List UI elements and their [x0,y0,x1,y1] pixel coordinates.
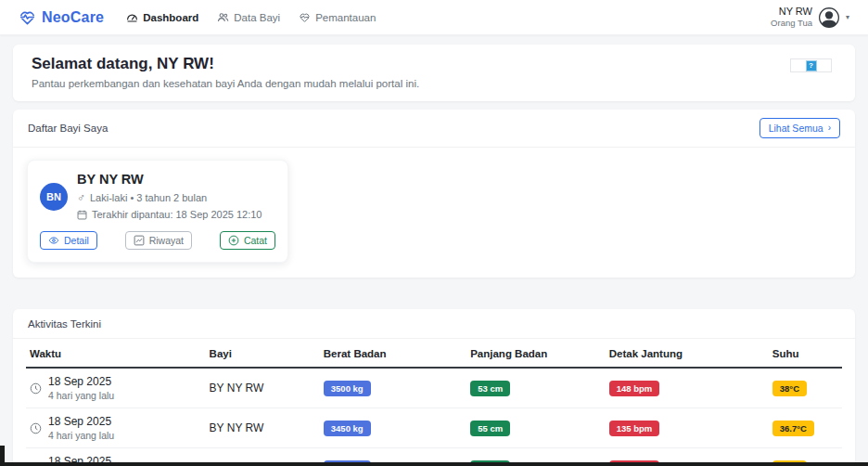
baby-last-monitored: Terakhir dipantau: 18 Sep 2025 12:10 [77,209,262,220]
nav-label: Data Bayi [234,12,280,23]
welcome-banner: Selamat datang, NY RW! Pantau perkembang… [13,45,855,101]
clock-icon [30,382,42,395]
male-icon: ♂ [77,191,85,204]
table-header-row: Waktu Bayi Berat Badan Panjang Badan Det… [26,339,842,368]
length-badge: 53 cm [470,381,510,396]
nav-item-dashboard[interactable]: Dashboard [126,11,198,23]
activity-baby: BY NY RW [206,368,320,408]
col-waktu: Waktu [26,339,206,368]
chevron-right-icon: › [828,123,831,133]
weight-badge: 3500 kg [324,381,371,396]
broken-image-icon: ? [806,60,817,71]
nav-label: Dashboard [143,12,198,23]
length-badge: 55 cm [470,421,510,436]
catat-button[interactable]: Catat [220,231,275,250]
gauge-icon [126,11,138,23]
view-all-button[interactable]: Lihat Semua › [760,118,840,138]
heart-rate-badge: 135 bpm [609,421,660,436]
activity-date: 18 Sep 2025 [48,415,114,428]
user-name: NY RW [771,6,812,19]
window-edge-bottom [0,462,868,466]
user-role: Orang Tua [771,18,812,29]
caret-down-icon: ▾ [846,13,849,21]
col-suhu: Suhu [769,339,842,368]
recent-activity-header: Aktivitas Terkini [13,309,855,339]
view-all-label: Lihat Semua [769,123,823,134]
table-row: 18 Sep 2025 4 hari yang lalu BY NY RW 34… [26,408,842,448]
catat-label: Catat [244,235,267,246]
activity-date: 18 Sep 2025 [48,375,114,388]
people-icon [217,11,229,23]
calendar-icon [77,210,87,220]
recent-activity-section: Aktivitas Terkini Waktu Bayi Berat Badan… [13,309,855,466]
brand-logo[interactable]: NeoCare [19,8,104,26]
nav-label: Pemantauan [315,12,376,23]
last-monitored-text: Terakhir dipantau: 18 Sep 2025 12:10 [92,209,262,220]
activity-ago: 4 hari yang lalu [48,430,114,441]
baby-card: BN BY NY RW ♂ Laki-laki • 3 tahun 2 bula… [27,160,288,263]
heart-pulse-icon [299,11,311,23]
baby-list-section: Daftar Bayi Saya Lihat Semua › BN BY NY … [13,110,855,278]
heart-rate-badge: 148 bpm [609,381,660,396]
activity-baby: BY NY RW [206,408,320,448]
eye-icon [48,235,59,246]
welcome-title: Selamat datang, NY RW! [32,55,836,73]
table-row: 18 Sep 2025 4 hari yang lalu BY NY RW 35… [26,368,842,408]
baby-actions: Detail Riwayat Cat [40,231,275,250]
nav-item-data-bayi[interactable]: Data Bayi [217,11,280,23]
welcome-subtitle: Pantau perkembangan dan kesehatan bayi A… [32,78,836,89]
baby-name: BY NY RW [77,172,262,187]
baby-gender-age: ♂ Laki-laki • 3 tahun 2 bulan [77,191,262,204]
plus-circle-icon [228,235,239,246]
nav-item-pemantauan[interactable]: Pemantauan [299,11,376,23]
detail-label: Detail [64,235,89,246]
main-nav: Dashboard Data Bayi Pemantauan [126,11,376,23]
baby-list-body: BN BY NY RW ♂ Laki-laki • 3 tahun 2 bula… [13,148,855,278]
col-detak: Detak Jantung [606,339,769,368]
baby-list-title: Daftar Bayi Saya [28,123,108,134]
recent-activity-title: Aktivitas Terkini [28,318,101,330]
brand-name: NeoCare [42,9,104,26]
user-meta: NY RW Orang Tua [771,6,812,30]
temperature-badge: 36.7°C [772,421,814,436]
user-menu[interactable]: NY RW Orang Tua ▾ [771,6,849,30]
broken-image-placeholder: ? [790,58,832,72]
temperature-badge: 38°C [772,381,807,396]
activity-table-wrap: Waktu Bayi Berat Badan Panjang Badan Det… [13,339,855,466]
riwayat-label: Riwayat [149,235,184,246]
riwayat-button[interactable]: Riwayat [125,231,192,250]
col-berat: Berat Badan [320,339,466,368]
heart-pulse-icon [19,8,36,26]
clock-icon [30,422,42,434]
baby-avatar: BN [40,183,68,211]
gender-age-text: Laki-laki • 3 tahun 2 bulan [90,192,207,203]
line-chart-icon [134,235,145,246]
detail-button[interactable]: Detail [40,231,97,250]
activity-table: Waktu Bayi Berat Badan Panjang Badan Det… [26,339,842,466]
baby-list-header: Daftar Bayi Saya Lihat Semua › [13,110,855,148]
activity-ago: 4 hari yang lalu [48,390,114,401]
weight-badge: 3450 kg [324,421,371,436]
top-navbar: NeoCare Dashboard Data Bayi [0,0,868,35]
person-circle-icon [819,7,839,28]
col-bayi: Bayi [206,339,320,368]
col-panjang: Panjang Badan [466,339,606,368]
